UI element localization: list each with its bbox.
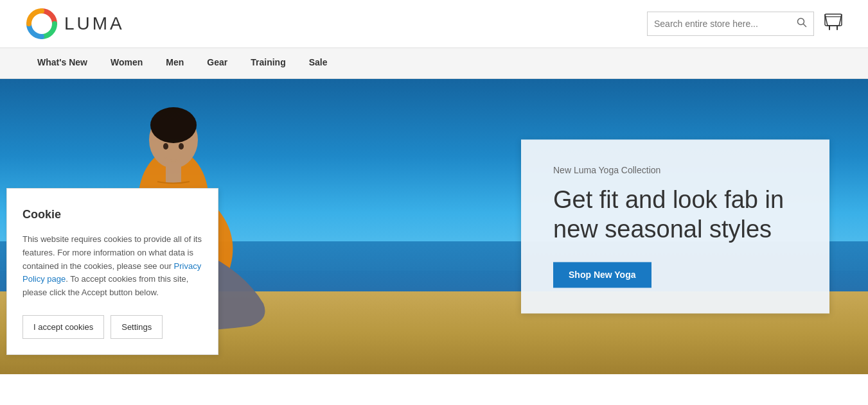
- cart-button[interactable]: [824, 13, 842, 34]
- search-icon: [797, 17, 807, 28]
- collection-label: New Luma Yoga Collection: [553, 165, 797, 175]
- search-button[interactable]: [790, 17, 813, 30]
- cookie-buttons: I accept cookies Settings: [22, 315, 202, 339]
- cookie-text: This website requires cookies to provide…: [22, 233, 202, 300]
- nav-item-men[interactable]: Men: [154, 48, 195, 79]
- cookie-banner: Cookie This website requires cookies to …: [6, 188, 218, 355]
- nav-item-training[interactable]: Training: [239, 48, 297, 79]
- search-bar[interactable]: [647, 12, 814, 36]
- nav-item-gear[interactable]: Gear: [195, 48, 239, 79]
- nav-item-sale[interactable]: Sale: [297, 48, 339, 79]
- shop-new-yoga-button[interactable]: Shop New Yoga: [553, 263, 651, 288]
- main-navbar: What's New Women Men Gear Training Sale: [0, 48, 868, 79]
- accept-cookies-button[interactable]: I accept cookies: [22, 315, 104, 339]
- svg-point-11: [163, 143, 168, 150]
- logo-area[interactable]: LUMA: [26, 8, 125, 40]
- nav-menu: What's New Women Men Gear Training Sale: [26, 48, 339, 79]
- cookie-title: Cookie: [22, 208, 202, 221]
- hero-headline: Get fit and look fab in new seasonal sty…: [553, 185, 797, 244]
- svg-line-2: [804, 24, 806, 27]
- logo-text: LUMA: [64, 13, 125, 34]
- search-input[interactable]: [648, 12, 790, 35]
- svg-rect-7: [166, 164, 181, 184]
- logo-icon: [26, 8, 58, 40]
- cookie-settings-button[interactable]: Settings: [111, 315, 163, 339]
- hero-banner: New Luma Yoga Collection Get fit and loo…: [0, 79, 868, 374]
- cart-icon: [824, 13, 842, 30]
- header-right: [647, 12, 842, 36]
- hero-info-card: New Luma Yoga Collection Get fit and loo…: [521, 139, 829, 313]
- site-header: LUMA: [0, 0, 868, 48]
- svg-point-12: [179, 143, 184, 150]
- svg-point-6: [150, 107, 197, 143]
- nav-item-women[interactable]: Women: [99, 48, 154, 79]
- nav-item-whats-new[interactable]: What's New: [26, 48, 99, 79]
